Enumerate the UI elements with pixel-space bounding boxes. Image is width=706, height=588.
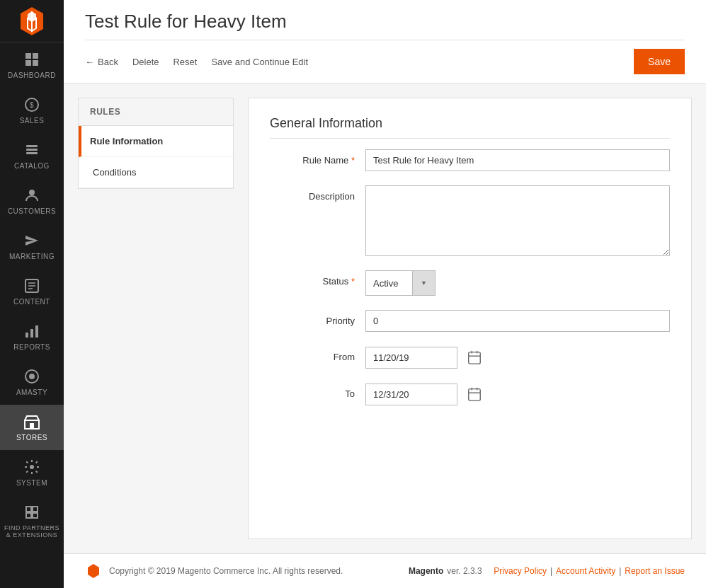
status-select-wrapper: Active Inactive	[365, 270, 435, 296]
sidebar-item-find-partners[interactable]: FIND PARTNERS & EXTENSIONS	[0, 495, 64, 547]
sidebar-label-stores: STORES	[16, 434, 47, 442]
from-date-input[interactable]	[365, 347, 457, 369]
sidebar-item-marketing[interactable]: MARKETING	[0, 224, 64, 269]
footer-left: Copyright © 2019 Magento Commerce Inc. A…	[85, 563, 343, 580]
catalog-icon	[23, 142, 40, 158]
rule-name-group: Rule Name	[270, 149, 670, 171]
sidebar-item-system[interactable]: SYSTEM	[0, 450, 64, 495]
from-label: From	[270, 346, 355, 362]
sidebar: DASHBOARD $ SALES CATALOG CUSTOMERS MARK…	[0, 0, 64, 588]
svg-rect-19	[35, 325, 38, 338]
from-date-wrapper	[365, 346, 486, 369]
footer-logo-icon	[85, 563, 102, 580]
footer-right: Magento ver. 2.3.3 Privacy Policy | Acco…	[409, 566, 685, 576]
sidebar-label-reports: REPORTS	[13, 343, 50, 351]
svg-rect-9	[26, 149, 38, 151]
reset-button[interactable]: Reset	[173, 57, 197, 67]
sidebar-label-system: SYSTEM	[16, 479, 47, 487]
sidebar-label-content: CONTENT	[13, 298, 50, 306]
stores-icon	[23, 413, 40, 430]
svg-marker-37	[88, 564, 99, 578]
svg-rect-3	[33, 53, 38, 59]
save-button[interactable]: Save	[634, 49, 685, 74]
customers-icon	[23, 187, 40, 204]
page-title: Test Rule for Heavy Item	[85, 11, 685, 33]
main-content: Test Rule for Heavy Item ← Back Delete R…	[64, 0, 706, 588]
extensions-icon	[23, 504, 40, 521]
description-input[interactable]	[365, 185, 670, 256]
description-group: Description	[270, 185, 670, 256]
sidebar-item-dashboard[interactable]: DASHBOARD	[0, 42, 64, 88]
svg-point-21	[29, 374, 35, 379]
marketing-icon	[23, 232, 40, 249]
section-title: General Information	[270, 116, 670, 139]
rule-name-input[interactable]	[365, 149, 670, 171]
sidebar-label-sales: SALES	[20, 117, 45, 125]
footer-privacy-link[interactable]: Privacy Policy	[494, 566, 547, 576]
sidebar-item-sales[interactable]: $ SALES	[0, 88, 64, 133]
back-arrow-icon: ←	[85, 57, 94, 67]
status-group: Status Active Inactive	[270, 270, 670, 296]
sidebar-label-dashboard: DASHBOARD	[8, 71, 56, 79]
svg-rect-33	[469, 389, 481, 401]
to-label: To	[270, 383, 355, 399]
from-group: From	[270, 346, 670, 369]
rule-name-label: Rule Name	[270, 149, 355, 166]
calendar-icon	[467, 350, 482, 365]
delete-button[interactable]: Delete	[132, 57, 159, 67]
svg-rect-18	[30, 329, 33, 338]
to-calendar-button[interactable]	[463, 383, 486, 405]
svg-rect-28	[33, 513, 38, 518]
sidebar-item-reports[interactable]: REPORTS	[0, 314, 64, 359]
sidebar-label-marketing: MARKETING	[9, 253, 55, 260]
svg-rect-17	[25, 333, 28, 338]
sidebar-item-content[interactable]: CONTENT	[0, 269, 64, 314]
priority-input[interactable]	[365, 310, 670, 332]
priority-group: Priority	[270, 310, 670, 332]
svg-rect-29	[469, 352, 481, 364]
from-calendar-button[interactable]	[463, 346, 486, 369]
select-arrow-icon[interactable]	[412, 271, 435, 295]
svg-point-24	[30, 465, 34, 469]
description-label: Description	[270, 185, 355, 202]
content-icon	[23, 277, 40, 294]
system-icon	[23, 459, 40, 475]
left-panel: RULES Rule Information Conditions	[78, 98, 234, 539]
amasty-icon	[23, 368, 40, 385]
page-header: Test Rule for Heavy Item ← Back Delete R…	[64, 0, 706, 83]
svg-text:$: $	[30, 101, 34, 109]
to-date-input[interactable]	[365, 384, 457, 405]
status-select[interactable]: Active Inactive	[366, 273, 412, 294]
svg-rect-5	[33, 60, 38, 66]
svg-point-11	[29, 190, 35, 195]
sidebar-label-customers: CUSTOMERS	[8, 207, 56, 215]
sidebar-item-stores[interactable]: STORES	[0, 405, 64, 450]
calendar-icon	[467, 386, 482, 402]
footer-brand: Magento	[409, 566, 443, 576]
footer-report-issue-link[interactable]: Report an Issue	[625, 566, 685, 576]
footer-version: ver. 2.3.3	[447, 566, 482, 576]
sidebar-item-catalog[interactable]: CATALOG	[0, 133, 64, 178]
footer-copyright: Copyright © 2019 Magento Commerce Inc. A…	[109, 566, 343, 576]
nav-item-conditions[interactable]: Conditions	[79, 157, 233, 188]
svg-rect-25	[26, 507, 31, 512]
footer-account-activity-link[interactable]: Account Activity	[556, 566, 615, 576]
to-group: To	[270, 383, 670, 405]
status-label: Status	[270, 270, 355, 287]
sales-icon: $	[23, 96, 40, 113]
svg-rect-2	[25, 53, 31, 59]
back-button[interactable]: ← Back	[85, 57, 118, 67]
magento-logo-icon	[16, 6, 47, 37]
save-continue-button[interactable]: Save and Continue Edit	[211, 57, 308, 67]
nav-item-rule-information[interactable]: Rule Information	[79, 126, 233, 157]
sidebar-logo	[0, 0, 64, 42]
to-date-wrapper	[365, 383, 486, 405]
rules-panel: RULES Rule Information Conditions	[78, 98, 234, 189]
sidebar-label-find-partners: FIND PARTNERS & EXTENSIONS	[4, 524, 60, 538]
svg-rect-27	[26, 513, 31, 518]
sidebar-label-amasty: AMASTY	[16, 388, 47, 396]
sidebar-item-amasty[interactable]: AMASTY	[0, 359, 64, 405]
sidebar-item-customers[interactable]: CUSTOMERS	[0, 178, 64, 224]
svg-rect-23	[30, 423, 34, 429]
footer: Copyright © 2019 Magento Commerce Inc. A…	[64, 553, 706, 588]
